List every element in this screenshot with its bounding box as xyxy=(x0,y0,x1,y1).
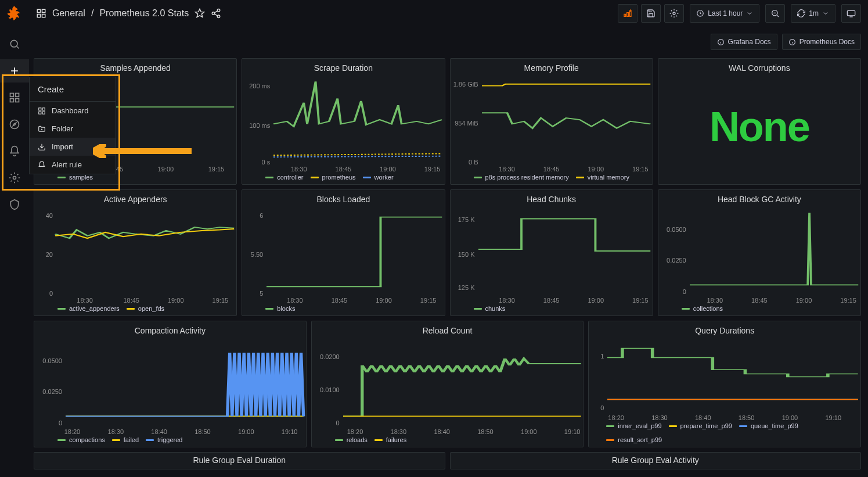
svg-rect-4 xyxy=(16,99,19,102)
info-icon xyxy=(788,38,796,46)
zoom-out-button[interactable] xyxy=(765,4,785,23)
panel-rule-group-eval-activity[interactable]: Rule Group Eval Activity xyxy=(450,452,862,469)
panel-compaction-activity[interactable]: Compaction Activity 0.0500 0.0250 0 18:2… xyxy=(34,321,307,447)
svg-rect-3 xyxy=(10,99,14,102)
flyout-item-folder[interactable]: Folder xyxy=(30,120,116,138)
flyout-item-alert-rule[interactable]: Alert rule xyxy=(30,156,116,174)
dashboards-icon xyxy=(36,8,46,19)
flyout-title: Create xyxy=(30,77,116,102)
svg-rect-12 xyxy=(42,9,45,12)
panel-memory-profile[interactable]: Memory Profile 1.86 GiB 954 MiB 0 B 18:3… xyxy=(450,58,653,185)
dashboard-icon xyxy=(38,107,46,115)
panel-query-durations[interactable]: Query Durations 1 0 18:20 18:30 18:40 18… xyxy=(588,321,861,447)
panel-active-appenders[interactable]: Active Appenders 40 20 0 18:30 18:45 19:… xyxy=(34,189,237,316)
chevron-down-icon xyxy=(746,10,753,17)
svg-rect-13 xyxy=(37,15,40,17)
svg-point-18 xyxy=(673,12,675,15)
svg-rect-11 xyxy=(37,9,40,12)
chevron-down-icon xyxy=(822,10,829,17)
flyout-item-label: Import xyxy=(52,142,73,151)
breadcrumb-folder[interactable]: General xyxy=(52,8,85,19)
breadcrumb-dashboard[interactable]: Prometheus 2.0 Stats xyxy=(99,8,189,19)
save-button[interactable] xyxy=(641,4,661,23)
plus-icon[interactable] xyxy=(0,59,29,83)
add-panel-button[interactable] xyxy=(618,4,638,23)
config-icon[interactable] xyxy=(0,166,29,189)
flyout-item-label: Alert rule xyxy=(52,160,82,169)
tv-mode-button[interactable] xyxy=(841,4,861,23)
settings-button[interactable] xyxy=(664,4,684,23)
import-icon xyxy=(38,143,46,151)
explore-icon[interactable] xyxy=(0,113,29,136)
breadcrumb[interactable]: General / Prometheus 2.0 Stats xyxy=(36,8,221,19)
panel-grid: Samples Appended 18:30 18:45 19:00 19:15… xyxy=(34,58,861,474)
panel-head-chunks[interactable]: Head Chunks 175 K 150 K 125 K 18:30 18:4… xyxy=(450,189,653,316)
svg-point-15 xyxy=(217,9,220,12)
grafana-docs-link[interactable]: Grafana Docs xyxy=(711,34,777,50)
flyout-item-dashboard[interactable]: Dashboard xyxy=(30,102,116,120)
refresh-picker[interactable]: 1m xyxy=(791,4,835,23)
alert-icon[interactable] xyxy=(0,139,29,163)
svg-rect-8 xyxy=(42,107,45,110)
svg-point-5 xyxy=(10,120,19,129)
star-icon[interactable] xyxy=(195,8,205,19)
info-icon xyxy=(717,38,725,46)
flyout-item-label: Dashboard xyxy=(52,106,89,115)
svg-rect-7 xyxy=(39,107,41,110)
topbar: General / Prometheus 2.0 Stats Last 1 ho… xyxy=(29,0,868,27)
panel-scrape-duration[interactable]: Scrape Duration 200 ms 100 ms 0 s 18:30 … xyxy=(242,58,445,185)
flyout-item-label: Folder xyxy=(52,124,73,133)
svg-rect-10 xyxy=(42,112,45,114)
share-icon[interactable] xyxy=(211,8,221,19)
refresh-icon xyxy=(797,9,805,17)
grafana-logo-icon[interactable] xyxy=(6,5,23,21)
refresh-label: 1m xyxy=(809,9,819,17)
admin-icon[interactable] xyxy=(0,193,29,216)
svg-point-0 xyxy=(10,40,17,47)
doc-links: Grafana Docs Prometheus Docs xyxy=(711,34,861,50)
flyout-item-import[interactable]: Import xyxy=(30,138,116,156)
svg-rect-9 xyxy=(39,112,41,114)
svg-rect-14 xyxy=(42,15,45,17)
timerange-label: Last 1 hour xyxy=(708,9,743,17)
create-flyout: Create Dashboard Folder Import Alert rul… xyxy=(29,77,116,174)
svg-point-6 xyxy=(13,177,16,180)
clock-icon xyxy=(696,9,704,17)
svg-rect-1 xyxy=(10,94,14,97)
panel-wal-corruptions[interactable]: WAL Corruptions None xyxy=(658,58,861,185)
dashboards-icon[interactable] xyxy=(0,86,29,109)
stat-value: None xyxy=(658,69,860,184)
panel-reload-count[interactable]: Reload Count 0.0200 0.0100 0 18:20 18:30… xyxy=(311,321,584,447)
search-icon[interactable] xyxy=(0,33,29,56)
svg-rect-2 xyxy=(16,94,19,97)
folder-plus-icon xyxy=(38,125,46,133)
svg-point-16 xyxy=(212,12,215,15)
svg-rect-21 xyxy=(847,10,855,16)
panel-blocks-loaded[interactable]: Blocks Loaded 6 5.50 5 18:30 18:45 19:00… xyxy=(242,189,445,316)
sidebar xyxy=(0,0,29,477)
timerange-picker[interactable]: Last 1 hour xyxy=(690,4,759,23)
panel-head-block-gc[interactable]: Head Block GC Activity 0.0500 0.0250 0 1… xyxy=(658,189,861,316)
prometheus-docs-link[interactable]: Prometheus Docs xyxy=(782,34,861,50)
svg-point-17 xyxy=(217,15,220,18)
panel-rule-group-eval-duration[interactable]: Rule Group Eval Duration xyxy=(34,452,445,469)
bell-icon xyxy=(38,161,46,169)
